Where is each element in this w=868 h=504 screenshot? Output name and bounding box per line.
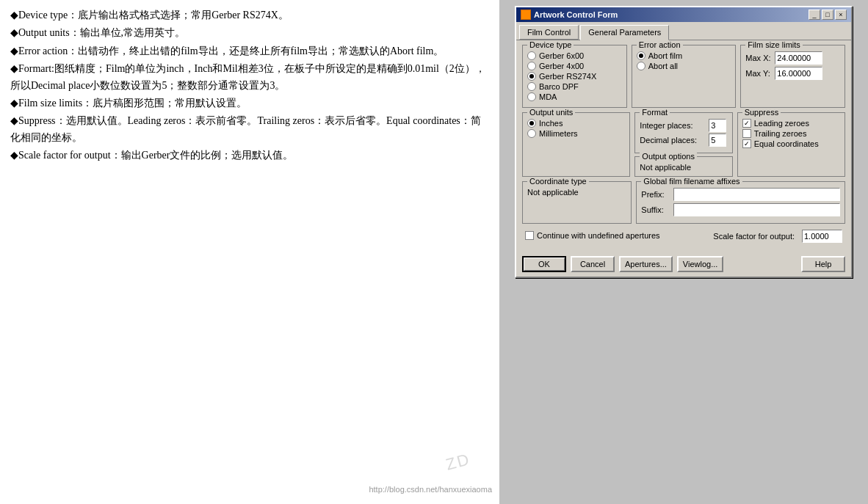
radio-abort-film[interactable]: Abort film: [637, 51, 731, 60]
tab-film-control[interactable]: Film Control: [519, 25, 579, 40]
dialog-title: Artwork Control Form: [534, 10, 618, 19]
output-options-label: Output options: [640, 152, 697, 161]
dialog-window-controls[interactable]: _ □ ×: [809, 10, 847, 20]
checkbox-trailing-zeroes[interactable]: Trailing zeroes: [742, 129, 840, 138]
minimize-button[interactable]: _: [809, 10, 820, 20]
output-units-label: Output units: [527, 108, 575, 117]
checkbox-equal-coordinates[interactable]: ✓ Equal coordinates: [742, 139, 840, 148]
radio-gerber-rs274x-input[interactable]: [527, 72, 536, 81]
global-film-label: Global film filename affixes: [641, 177, 742, 186]
radio-barco-dpf[interactable]: Barco DPF: [527, 82, 622, 91]
output-options-content: Not applicable: [640, 163, 727, 172]
error-action-options: Abort film Abort all: [637, 51, 731, 70]
output-options-group: Output options Not applicable: [634, 156, 732, 177]
max-x-label: Max X:: [745, 54, 772, 62]
radio-gerber-6x00[interactable]: Gerber 6x00: [527, 51, 622, 60]
suffix-input[interactable]: [673, 203, 840, 216]
paragraph-6: ◆Suppress：选用默认值。Leading zeros：表示前省零。Trai…: [10, 113, 489, 146]
radio-millimeters[interactable]: Millimeters: [527, 129, 625, 138]
suppress-options: ✓ Leading zeroes Trailing zeroes ✓: [742, 119, 840, 148]
paragraph-3: ◆Error action：出错动作，终止出错的film导出，还是终止所有fil…: [10, 43, 489, 59]
suffix-row: Suffix:: [641, 203, 840, 216]
radio-barco-dpf-input[interactable]: [527, 82, 536, 91]
film-size-content: Max X: Max Y:: [745, 51, 840, 80]
url-watermark: http://blog.csdn.net/hanxuexiaoma: [369, 483, 492, 497]
dialog-app-icon: [521, 10, 531, 20]
prefix-input[interactable]: [673, 188, 840, 201]
scale-factor-input[interactable]: [802, 230, 842, 243]
artwork-control-dialog: Artwork Control Form _ □ × Film Control …: [515, 6, 853, 278]
apertures-button[interactable]: Apertures...: [619, 256, 673, 272]
radio-abort-all[interactable]: Abort all: [637, 62, 731, 70]
equal-coordinates-checkbox[interactable]: ✓: [742, 139, 751, 148]
format-label: Format: [640, 108, 670, 117]
output-units-group: Output units Inches Millimeters: [522, 112, 630, 177]
dialog-content: Device type Gerber 6x00 Gerber 4x00: [516, 40, 851, 252]
device-type-label: Device type: [527, 40, 574, 49]
global-film-content: Prefix: Suffix:: [641, 188, 840, 216]
coordinate-type-label: Coordinate type: [527, 177, 589, 186]
continue-row: Continue with undefined apertures Scale …: [522, 228, 845, 244]
watermark: ZD: [443, 446, 473, 478]
continue-checkbox[interactable]: [525, 231, 534, 240]
film-size-label: Film size limits: [745, 40, 803, 49]
radio-abort-film-input[interactable]: [637, 51, 645, 60]
coordinate-type-content: Not applicable: [527, 188, 626, 197]
trailing-zeroes-checkbox[interactable]: [742, 129, 751, 138]
coordinate-type-value: Not applicable: [527, 188, 579, 197]
decimal-places-input[interactable]: [709, 134, 726, 147]
maximize-button[interactable]: □: [822, 10, 833, 20]
max-y-input[interactable]: [775, 67, 822, 80]
help-button[interactable]: Help: [801, 256, 845, 272]
suppress-group: Suppress ✓ Leading zeroes Trailing zeroe…: [737, 112, 845, 177]
close-button[interactable]: ×: [835, 10, 847, 20]
max-y-row: Max Y:: [745, 67, 840, 80]
integer-places-label: Integer places:: [640, 121, 706, 130]
radio-mda[interactable]: MDA: [527, 92, 622, 101]
radio-abort-all-input[interactable]: [637, 62, 645, 70]
radio-gerber-6x00-input[interactable]: [527, 51, 536, 60]
error-action-group: Error action Abort film Abort all: [632, 45, 737, 108]
viewlog-button[interactable]: Viewlog...: [677, 256, 724, 272]
radio-gerber-rs274x[interactable]: Gerber RS274X: [527, 72, 622, 81]
device-type-group: Device type Gerber 6x00 Gerber 4x00: [522, 45, 627, 108]
output-options-value: Not applicable: [640, 163, 691, 172]
max-x-row: Max X:: [745, 51, 840, 65]
format-content: Integer places: Decimal places:: [640, 119, 727, 147]
film-size-group: Film size limits Max X: Max Y:: [740, 45, 845, 108]
radio-millimeters-input[interactable]: [527, 129, 536, 138]
suppress-label: Suppress: [742, 108, 781, 117]
ok-button[interactable]: OK: [522, 256, 566, 272]
max-y-label: Max Y:: [745, 69, 772, 78]
decimal-places-row: Decimal places:: [640, 134, 727, 147]
radio-inches-input[interactable]: [527, 119, 536, 128]
top-row: Device type Gerber 6x00 Gerber 4x00: [522, 45, 845, 108]
paragraph-1: ◆Device type：底片输出格式格式选择；常用Gerber RS274X。: [10, 7, 489, 23]
dialog-titlebar: Artwork Control Form _ □ ×: [516, 7, 851, 22]
right-panel: Artwork Control Form _ □ × Film Control …: [499, 0, 868, 504]
cancel-button[interactable]: Cancel: [571, 256, 615, 272]
max-x-input[interactable]: [775, 51, 822, 65]
leading-zeroes-checkbox[interactable]: ✓: [742, 119, 751, 128]
bottom-group-row: Coordinate type Not applicable Global fi…: [522, 181, 845, 224]
output-units-options: Inches Millimeters: [527, 119, 625, 138]
middle-row: Output units Inches Millimeters: [522, 112, 845, 177]
checkbox-leading-zeroes[interactable]: ✓ Leading zeroes: [742, 119, 840, 128]
left-panel: ◆Device type：底片输出格式格式选择；常用Gerber RS274X。…: [0, 0, 499, 504]
prefix-row: Prefix:: [641, 188, 840, 201]
paragraph-7: ◆Scale factor for output：输出Gerber文件的比例；选…: [10, 147, 489, 164]
continue-checkbox-item[interactable]: Continue with undefined apertures: [525, 231, 660, 240]
radio-mda-input[interactable]: [527, 92, 536, 101]
paragraph-4: ◆Formart:图纸精度；Film的单位为inch，Inch和Mil相差3位，…: [10, 61, 489, 94]
format-group: Format Integer places: Decimal places:: [634, 112, 732, 153]
decimal-places-label: Decimal places:: [640, 136, 706, 145]
radio-gerber-4x00[interactable]: Gerber 4x00: [527, 62, 622, 70]
tab-bar: Film Control General Parameters: [516, 22, 851, 40]
dialog-title-left: Artwork Control Form: [521, 10, 618, 20]
integer-places-input[interactable]: [709, 119, 726, 132]
radio-gerber-4x00-input[interactable]: [527, 62, 536, 70]
radio-inches[interactable]: Inches: [527, 119, 625, 128]
tab-general-parameters[interactable]: General Parameters: [580, 25, 669, 40]
paragraph-5: ◆Film size limits：底片稿图形范围；常用默认设置。: [10, 95, 489, 112]
prefix-label: Prefix:: [641, 190, 670, 199]
